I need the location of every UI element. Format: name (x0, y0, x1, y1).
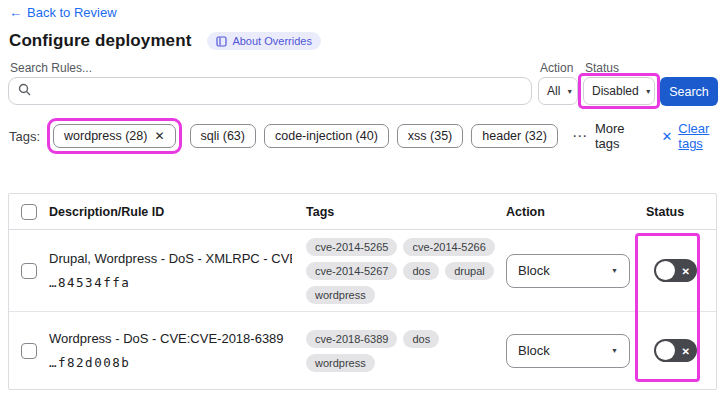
back-link-label: Back to Review (27, 5, 117, 20)
page-title: Configure deployment (9, 31, 191, 51)
rule-action-cell: Block ▼ (506, 254, 646, 288)
action-dropdown-value: All (547, 84, 560, 98)
clear-tags-button[interactable]: ✕ Clear tags (661, 121, 725, 151)
ellipsis-icon: ⋯ (572, 127, 588, 145)
toggle-knob (656, 341, 675, 360)
rule-tag: cve-2014-5266 (403, 238, 494, 256)
rule-action-cell: Block ▼ (506, 334, 646, 368)
action-select-value: Block (518, 343, 550, 358)
tags-label: Tags: (9, 129, 40, 144)
rule-id: …84534ffa (49, 275, 292, 290)
select-all-checkbox[interactable] (21, 204, 37, 220)
more-tags-button[interactable]: ⋯ More tags (572, 121, 639, 151)
column-header-description: Description/Rule ID (49, 205, 306, 219)
rules-table: Description/Rule ID Tags Action Status D… (8, 193, 717, 390)
more-tags-label: More tags (595, 121, 639, 151)
action-select[interactable]: Block ▼ (506, 254, 630, 288)
rule-tags-cell: cve-2014-5265 cve-2014-5266 cve-2014-526… (306, 238, 506, 304)
status-dropdown[interactable]: Disabled ▼ (583, 77, 655, 105)
back-to-review-link[interactable]: ← Back to Review (9, 5, 117, 20)
action-label: Action (540, 61, 573, 75)
search-icon (18, 82, 31, 100)
tag-pill-code-injection[interactable]: code-injection (40) (264, 124, 389, 148)
search-rules-label: Search Rules... (10, 61, 92, 75)
table-header-row: Description/Rule ID Tags Action Status (9, 194, 716, 230)
rule-status-cell: ✕ (646, 259, 716, 282)
rule-tag: dos (403, 330, 439, 348)
tag-pill-wordpress[interactable]: wordpress (28) ✕ (53, 124, 175, 148)
chevron-down-icon: ▼ (645, 88, 652, 95)
table-row: Wordpress - DoS - CVE:CVE-2018-6389 …f82… (9, 312, 716, 389)
rule-description-cell: Drupal, Wordpress - DoS - XMLRPC - CVE:C… (49, 251, 306, 290)
action-select[interactable]: Block ▼ (506, 334, 630, 368)
tag-pill-sqli[interactable]: sqli (63) (190, 124, 256, 148)
rule-description: Drupal, Wordpress - DoS - XMLRPC - CVE:C… (49, 251, 292, 266)
status-toggle[interactable]: ✕ (654, 339, 697, 362)
toggle-off-icon: ✕ (682, 345, 690, 356)
doc-icon (216, 36, 227, 47)
rule-tag: drupal (445, 262, 494, 280)
toggle-off-icon: ✕ (682, 265, 690, 276)
clear-icon: ✕ (661, 129, 672, 144)
rule-tag: cve-2014-5265 (306, 238, 397, 256)
tag-pill-label: wordpress (28) (64, 129, 147, 143)
table-row: Drupal, Wordpress - DoS - XMLRPC - CVE:C… (9, 230, 716, 312)
rule-tag: dos (403, 262, 439, 280)
status-toggle[interactable]: ✕ (654, 259, 697, 282)
action-dropdown[interactable]: All ▼ (538, 77, 578, 105)
rule-tag: cve-2014-5267 (306, 262, 397, 280)
remove-tag-icon[interactable]: ✕ (154, 129, 164, 143)
column-header-action: Action (506, 205, 646, 219)
rule-description: Wordpress - DoS - CVE:CVE-2018-6389 (49, 331, 292, 346)
page-header: Configure deployment About Overrides (9, 31, 321, 51)
column-header-tags: Tags (306, 205, 506, 219)
about-overrides-label: About Overrides (232, 35, 311, 47)
tag-pill-header[interactable]: header (32) (471, 124, 558, 148)
row-checkbox[interactable] (21, 343, 37, 359)
search-input[interactable] (8, 77, 532, 105)
search-button[interactable]: Search (660, 77, 718, 106)
toggle-knob (656, 261, 675, 280)
rule-description-cell: Wordpress - DoS - CVE:CVE-2018-6389 …f82… (49, 331, 306, 370)
rule-tag: wordpress (306, 354, 375, 372)
rule-tag: wordpress (306, 286, 375, 304)
rule-status-cell: ✕ (646, 339, 716, 362)
tag-pill-xss[interactable]: xss (35) (397, 124, 463, 148)
rule-tag: cve-2018-6389 (306, 330, 397, 348)
clear-tags-label: Clear tags (678, 121, 725, 151)
chevron-down-icon: ▼ (611, 267, 618, 274)
column-header-status: Status (646, 205, 716, 219)
row-checkbox[interactable] (21, 263, 37, 279)
status-label: Status (585, 61, 619, 75)
rule-id: …f82d008b (49, 355, 292, 370)
action-select-value: Block (518, 263, 550, 278)
chevron-down-icon: ▼ (566, 88, 573, 95)
about-overrides-badge[interactable]: About Overrides (207, 32, 320, 50)
back-arrow-icon: ← (9, 5, 22, 20)
selected-tag-highlight: wordpress (28) ✕ (47, 118, 181, 154)
chevron-down-icon: ▼ (611, 347, 618, 354)
rule-tags-cell: cve-2018-6389 dos wordpress (306, 330, 506, 372)
tags-bar: Tags: wordpress (28) ✕ sqli (63) code-in… (9, 117, 725, 155)
status-dropdown-value: Disabled (592, 84, 639, 98)
